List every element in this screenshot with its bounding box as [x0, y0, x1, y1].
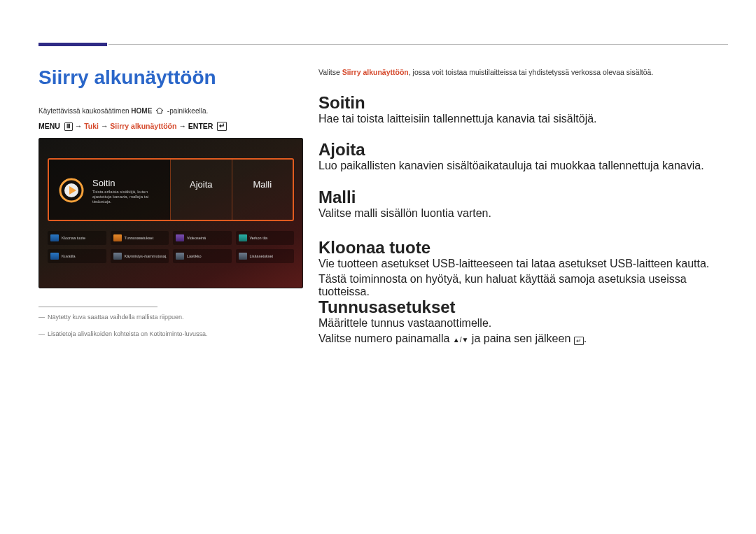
tile-sub: Toista erilaisia sisältöjä, kuten ajaste…	[92, 190, 162, 204]
tile-malli: Malli	[232, 160, 293, 220]
cell-icon	[50, 234, 59, 241]
grid-row-2: Kuvatila Käynnistys-/sammutusaj. Laatikk…	[48, 249, 294, 263]
cell-label: Verkon tila	[250, 236, 268, 240]
right-intro-suffix: , jossa voit toistaa muistilaitteissa ta…	[409, 68, 654, 76]
section-body-2: Valitse numero painamalla ▲/▼ ja paina s…	[318, 332, 728, 345]
right-intro: Valitse Siirry alkunäyttöön, jossa voit …	[318, 68, 728, 76]
intro-suffix: -painikkeella.	[165, 107, 208, 115]
cell-label: Kloonaa tuote	[62, 236, 85, 240]
grid-cell: Kloonaa tuote	[48, 231, 106, 245]
cell-label: Laatikko	[187, 254, 202, 258]
section-body-1: Vie tuotteen asetukset USB-laitteeseen t…	[318, 258, 728, 270]
menu-path: MENU Ⅲ → Tuki → Siirry alkunäyttöön → EN…	[38, 122, 227, 131]
menu-icon: Ⅲ	[64, 122, 73, 131]
grid-cell: Videoseinä	[173, 231, 232, 245]
cell-icon	[113, 253, 122, 260]
grid-cell: Kuvatila	[48, 249, 106, 263]
menu-enter: ENTER	[188, 122, 214, 130]
play-icon	[59, 178, 84, 203]
intro-prefix: Käytettävissä kaukosäätimen	[38, 107, 131, 115]
section-kloonaa: Kloonaa tuote Vie tuotteen asetukset USB…	[318, 238, 728, 298]
note-2: ―Lisätietoja alivalikoiden kohteista on …	[38, 330, 208, 337]
notes-separator	[38, 307, 158, 307]
section-soitin: Soitin Hae tai toista laitteisiin tallen…	[318, 93, 728, 125]
right-intro-prefix: Valitse	[318, 68, 342, 76]
home-icon	[155, 107, 164, 115]
cell-icon	[176, 253, 184, 260]
tile-row: Soitin Toista erilaisia sisältöjä, kuten…	[48, 158, 294, 221]
cell-icon	[239, 253, 247, 260]
enter-icon	[217, 122, 227, 131]
section-title: Soitin	[318, 93, 728, 113]
section-body: Hae tai toista laitteisiin tallennettuja…	[318, 113, 728, 125]
grid-cell: Tunnusasetukset	[111, 231, 169, 245]
cell-icon	[50, 253, 59, 260]
grid-cell: Verkon tila	[236, 231, 295, 245]
cell-label: Lisäasetukset	[250, 254, 274, 258]
grid-cell: Laatikko	[173, 249, 232, 263]
tile-ajoita: Ajoita	[171, 160, 232, 220]
grid-cell: Lisäasetukset	[236, 249, 295, 263]
section-title: Tunnusasetukset	[318, 297, 728, 317]
tile-soitin: Soitin Toista erilaisia sisältöjä, kuten…	[49, 160, 171, 220]
section-malli: Malli Valitse malli sisällön luontia var…	[318, 188, 728, 220]
body2-a: Valitse numero painamalla	[318, 332, 453, 344]
cell-icon	[176, 234, 184, 241]
cell-icon	[239, 234, 247, 241]
cell-icon	[113, 234, 122, 241]
grid-row-1: Kloonaa tuote Tunnusasetukset Videoseinä…	[48, 231, 294, 245]
section-ajoita: Ajoita Luo paikallisten kanavien sisältö…	[318, 140, 728, 172]
header-rule	[108, 44, 728, 45]
section-body-2: Tästä toiminnosta on hyötyä, kun haluat …	[318, 273, 728, 298]
tile-label: Soitin	[92, 178, 115, 188]
right-intro-highlight: Siirry alkunäyttöön	[342, 68, 409, 76]
intro-line: Käytettävissä kaukosäätimen HOME -painik…	[38, 107, 208, 115]
section-title: Kloonaa tuote	[318, 238, 728, 258]
intro-home-bold: HOME	[131, 107, 152, 115]
cell-label: Videoseinä	[187, 236, 206, 240]
cell-label: Kuvatila	[62, 254, 76, 258]
menu-siirry: Siirry alkunäyttöön	[110, 122, 176, 130]
section-body-1: Määrittele tunnus vastaanottimelle.	[318, 317, 728, 330]
tile-label: Ajoita	[171, 179, 232, 190]
up-down-icon: ▲/▼	[453, 336, 469, 344]
cell-label: Käynnistys-/sammutusaj.	[125, 254, 167, 258]
section-title: Ajoita	[318, 140, 728, 160]
page-title: Siirry alkunäyttöön	[38, 66, 216, 89]
tile-label: Malli	[232, 179, 293, 190]
section-body: Valitse malli sisällön luontia varten.	[318, 207, 728, 220]
home-screenshot: Soitin Toista erilaisia sisältöjä, kuten…	[38, 138, 303, 288]
enter-inline-icon: ↵	[574, 337, 584, 345]
body2-b: ja paina sen jälkeen	[468, 332, 573, 344]
grid-cell: Käynnistys-/sammutusaj.	[111, 249, 169, 263]
cell-label: Tunnusasetukset	[125, 236, 154, 240]
note-2-text: Lisätietoja alivalikoiden kohteista on K…	[48, 330, 208, 337]
note-1-text: Näytetty kuva saattaa vaihdella mallista…	[48, 314, 184, 321]
section-tunnus: Tunnusasetukset Määrittele tunnus vastaa…	[318, 297, 728, 345]
header-accent	[38, 43, 107, 46]
menu-label: MENU	[38, 122, 60, 130]
menu-tuki: Tuki	[84, 122, 99, 130]
section-title: Malli	[318, 188, 728, 207]
section-body: Luo paikallisten kanavien sisältöaikatau…	[318, 160, 728, 172]
note-1: ―Näytetty kuva saattaa vaihdella mallist…	[38, 314, 184, 321]
